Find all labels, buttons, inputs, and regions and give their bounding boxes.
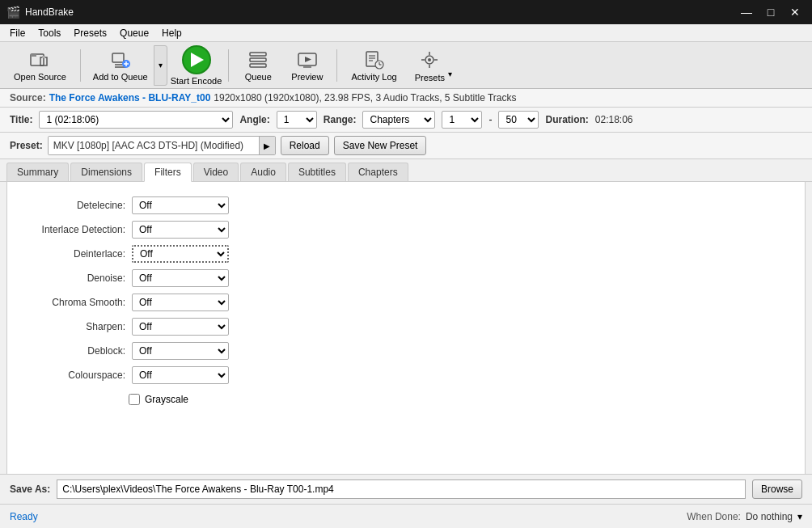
- tab-video[interactable]: Video: [193, 163, 239, 181]
- maximize-button[interactable]: □: [760, 4, 781, 20]
- toolbar-divider-2: [228, 49, 229, 82]
- start-encode-button[interactable]: Start Encode: [171, 45, 222, 86]
- presets-icon: [418, 49, 441, 71]
- svg-rect-10: [250, 58, 266, 61]
- activity-log-button[interactable]: Activity Log: [344, 45, 404, 86]
- preset-select-container: ▶: [48, 136, 276, 155]
- reload-button[interactable]: Reload: [281, 136, 329, 155]
- denoise-label: Denoise:: [20, 272, 125, 284]
- detelecine-select[interactable]: Off: [132, 196, 229, 214]
- toolbar: Open Source Add to Queue ▾: [0, 42, 812, 89]
- deblock-select[interactable]: Off: [132, 342, 229, 360]
- interlace-detection-select[interactable]: Off: [132, 221, 229, 239]
- range-type-select[interactable]: Chapters: [362, 111, 435, 129]
- title-bar-left: 🎬 HandBrake: [6, 6, 74, 19]
- queue-icon: [247, 49, 269, 70]
- tab-filters[interactable]: Filters: [144, 163, 192, 182]
- menu-presets[interactable]: Presets: [67, 26, 113, 40]
- saveas-row: Save As: Browse: [0, 474, 812, 504]
- duration-value: 02:18:06: [595, 114, 633, 125]
- presets-label: Presets: [415, 73, 445, 82]
- chroma-smooth-row: Chroma Smooth: Off: [20, 294, 792, 311]
- title-row: Title: 1 (02:18:06) Angle: 1 Range: Chap…: [0, 108, 812, 133]
- title-bar-controls: — □ ✕: [736, 4, 806, 20]
- range-label: Range:: [324, 114, 357, 125]
- colourspace-label: Colourspace:: [20, 370, 125, 381]
- add-to-queue-dropdown[interactable]: ▾: [154, 45, 167, 86]
- denoise-select[interactable]: Off: [132, 269, 229, 287]
- status-bar: Ready When Done: Do nothing ▾: [0, 504, 812, 528]
- menu-help[interactable]: Help: [155, 26, 188, 40]
- source-row: Source: The Force Awakens - BLU-RAY_t00 …: [0, 89, 812, 108]
- title-select[interactable]: 1 (02:18:06): [39, 111, 233, 129]
- source-file: The Force Awakens - BLU-RAY_t00: [49, 92, 211, 103]
- preset-input[interactable]: [49, 137, 259, 154]
- tab-chapters[interactable]: Chapters: [348, 163, 408, 181]
- grayscale-label[interactable]: Grayscale: [145, 394, 188, 405]
- minimize-button[interactable]: —: [736, 4, 757, 20]
- browse-button[interactable]: Browse: [752, 479, 802, 499]
- menu-tools[interactable]: Tools: [32, 26, 67, 40]
- sharpen-select[interactable]: Off: [132, 318, 229, 336]
- add-to-queue-label: Add to Queue: [93, 72, 148, 82]
- svg-rect-3: [112, 53, 124, 62]
- colourspace-row: Colourspace: Off: [20, 366, 792, 384]
- play-icon: [191, 53, 204, 67]
- close-button[interactable]: ✕: [785, 4, 806, 20]
- add-to-queue-button[interactable]: Add to Queue: [87, 45, 154, 86]
- range-from-select[interactable]: 1: [442, 111, 482, 129]
- preset-arrow-button[interactable]: ▶: [259, 137, 275, 154]
- angle-select[interactable]: 1: [277, 111, 317, 129]
- open-source-icon: [28, 49, 51, 70]
- when-done-value: Do nothing: [746, 511, 793, 522]
- menu-queue[interactable]: Queue: [113, 26, 155, 40]
- source-info: 1920x1080 (1920x1080), 23.98 FPS, 3 Audi…: [214, 92, 516, 103]
- app-title: HandBrake: [25, 6, 74, 18]
- when-done-dropdown-arrow[interactable]: ▾: [797, 511, 802, 522]
- preset-row: Preset: ▶ Reload Save New Preset: [0, 133, 812, 159]
- range-to-select[interactable]: 50: [498, 111, 539, 129]
- tab-summary[interactable]: Summary: [6, 163, 69, 181]
- save-new-preset-button[interactable]: Save New Preset: [334, 136, 427, 155]
- sharpen-label: Sharpen:: [20, 321, 125, 332]
- open-source-label: Open Source: [14, 72, 66, 82]
- preview-icon: [296, 49, 319, 70]
- title-bar: 🎬 HandBrake — □ ✕: [0, 0, 812, 24]
- add-to-queue-icon: [109, 49, 132, 70]
- tab-dimensions[interactable]: Dimensions: [70, 163, 142, 181]
- chroma-smooth-select[interactable]: Off: [132, 294, 229, 311]
- app-icon: 🎬: [6, 6, 20, 19]
- presets-button[interactable]: Presets ▾: [408, 45, 459, 86]
- deblock-label: Deblock:: [20, 345, 125, 357]
- duration-label: Duration:: [545, 114, 588, 125]
- preview-button[interactable]: Preview: [284, 45, 330, 86]
- activity-log-label: Activity Log: [351, 72, 396, 82]
- preset-label: Preset:: [10, 140, 43, 151]
- queue-button[interactable]: Queue: [235, 45, 281, 86]
- queue-label: Queue: [245, 72, 272, 82]
- activity-log-icon: [363, 49, 386, 70]
- colourspace-select[interactable]: Off: [132, 366, 229, 384]
- menu-file[interactable]: File: [3, 26, 32, 40]
- status-text: Ready: [10, 511, 38, 522]
- saveas-label: Save As:: [10, 484, 50, 495]
- grayscale-checkbox[interactable]: [129, 394, 140, 405]
- toolbar-divider-3: [336, 49, 337, 82]
- add-to-queue-group: Add to Queue ▾: [87, 45, 167, 86]
- svg-rect-9: [250, 53, 266, 56]
- chroma-smooth-label: Chroma Smooth:: [20, 297, 125, 308]
- tab-subtitles[interactable]: Subtitles: [288, 163, 346, 181]
- open-source-button[interactable]: Open Source: [6, 45, 74, 86]
- menu-bar: File Tools Presets Queue Help: [0, 24, 812, 42]
- tab-audio[interactable]: Audio: [240, 163, 286, 181]
- filters-tab-content: Detelecine: Off Interlace Detection: Off…: [6, 182, 806, 504]
- angle-label: Angle:: [239, 114, 269, 125]
- svg-marker-13: [305, 57, 311, 62]
- grayscale-row: Grayscale: [129, 394, 795, 405]
- content-wrapper: Source: The Force Awakens - BLU-RAY_t00 …: [0, 89, 812, 528]
- deinterlace-select[interactable]: Off: [132, 245, 229, 263]
- svg-rect-2: [42, 56, 45, 58]
- saveas-input[interactable]: [57, 479, 746, 499]
- presets-dropdown-arrow: ▾: [448, 70, 452, 78]
- detelecine-label: Detelecine:: [20, 200, 125, 211]
